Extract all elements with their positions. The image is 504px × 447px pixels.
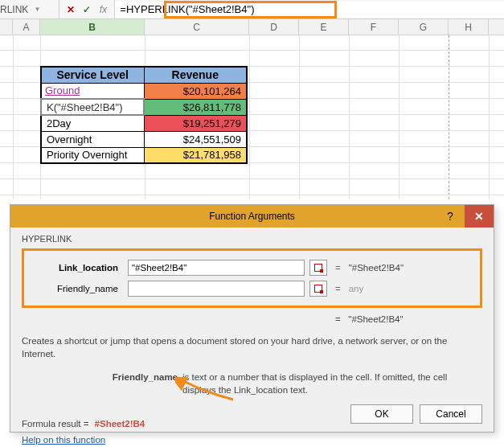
arguments-box: Link_location = "#Sheet2!B4" Friendly_na… xyxy=(22,248,482,308)
formula-input-wrap xyxy=(114,0,504,18)
titlebar-controls: ? ✕ xyxy=(436,205,494,228)
preview-eq: = xyxy=(335,314,341,324)
arg-label: Friendly_name xyxy=(31,284,123,293)
col-header[interactable]: C xyxy=(145,19,249,35)
parameter-description: Friendly_name is text or a number that i… xyxy=(22,371,482,396)
table-row: K("#Sheet2!B4") $26,811,778 xyxy=(41,99,247,115)
cancel-button[interactable]: Cancel xyxy=(420,404,482,424)
link-location-input[interactable] xyxy=(128,260,305,276)
collapse-dialog-icon[interactable] xyxy=(309,281,327,297)
name-box-dropdown-icon[interactable]: ▼ xyxy=(31,2,43,17)
arg-row-friendly-name: Friendly_name = any xyxy=(31,278,473,299)
ok-button[interactable]: OK xyxy=(350,404,413,424)
cancel-formula-icon[interactable]: ✕ xyxy=(64,4,77,15)
dialog-buttons: OK Cancel xyxy=(350,404,482,424)
cell-revenue[interactable]: $19,251,279 xyxy=(144,115,247,131)
equals-sign: = xyxy=(332,284,344,293)
worksheet-grid[interactable]: Service Level Revenue Ground $20,101,264… xyxy=(0,35,504,199)
col-header[interactable]: G xyxy=(399,19,449,35)
col-header[interactable]: E xyxy=(299,19,349,35)
cell-service-editing[interactable]: K("#Sheet2!B4") xyxy=(41,99,144,115)
confirm-formula-icon[interactable]: ✓ xyxy=(80,4,93,15)
column-headers: A B C D E F G H xyxy=(0,19,504,35)
arg-row-link-location: Link_location = "#Sheet2!B4" xyxy=(31,257,473,278)
function-name-label: HYPERLINK xyxy=(22,234,482,244)
name-box[interactable]: RLINK xyxy=(0,4,31,15)
col-header[interactable]: D xyxy=(249,19,299,35)
equals-sign: = xyxy=(332,263,344,273)
formula-input[interactable] xyxy=(115,2,504,18)
preview-value: "#Sheet2!B4" xyxy=(348,314,403,324)
table-header-row: Service Level Revenue xyxy=(41,67,247,83)
cell-service[interactable]: Priority Overnight xyxy=(41,147,144,163)
help-link[interactable]: Help on this function xyxy=(22,435,105,445)
formula-buttons: ✕ ✓ fx xyxy=(59,0,114,18)
collapse-dialog-icon[interactable] xyxy=(309,260,327,276)
cell-revenue[interactable]: $24,551,509 xyxy=(144,131,247,147)
friendly-name-input[interactable] xyxy=(128,281,305,297)
table-row: Overnight $24,551,509 xyxy=(41,131,247,147)
arg-label: Link_location xyxy=(31,263,123,273)
param-desc-text: is text or a number that is displayed in… xyxy=(182,371,482,396)
help-icon[interactable]: ? xyxy=(436,205,465,228)
cell-revenue[interactable]: $20,101,264 xyxy=(144,83,247,99)
formula-result-label: Formula result = xyxy=(22,419,88,429)
col-header[interactable]: H xyxy=(449,19,489,35)
formula-bar: RLINK ▼ ✕ ✓ fx xyxy=(0,0,504,19)
formula-result-value: #Sheet2!B4 xyxy=(92,419,145,429)
arg-result: "#Sheet2!B4" xyxy=(349,263,404,273)
data-table: Service Level Revenue Ground $20,101,264… xyxy=(40,66,248,164)
column-header-revenue[interactable]: Revenue xyxy=(144,67,247,83)
cell-service[interactable]: Overnight xyxy=(41,131,144,147)
col-header[interactable]: B xyxy=(40,19,145,35)
cell-service[interactable]: 2Day xyxy=(41,115,144,131)
cell-revenue[interactable]: $21,781,958 xyxy=(144,147,247,163)
dialog-titlebar[interactable]: Function Arguments ? ✕ xyxy=(10,205,494,228)
dialog-title: Function Arguments xyxy=(209,211,295,222)
preview-row: = "#Sheet2!B4" xyxy=(22,313,482,327)
col-header[interactable]: F xyxy=(349,19,399,35)
cell-revenue[interactable]: $26,811,778 xyxy=(144,99,247,115)
fx-icon[interactable]: fx xyxy=(96,4,109,15)
col-header[interactable]: A xyxy=(13,19,40,35)
table-row: Priority Overnight $21,781,958 xyxy=(41,147,247,163)
cell-service[interactable]: Ground xyxy=(41,83,144,99)
table-row: 2Day $19,251,279 xyxy=(41,115,247,131)
dialog-body: HYPERLINK Link_location = "#Sheet2!B4" F… xyxy=(10,228,494,432)
function-arguments-dialog: Function Arguments ? ✕ HYPERLINK Link_lo… xyxy=(10,204,494,433)
table-row: Ground $20,101,264 xyxy=(41,83,247,99)
function-description: Creates a shortcut or jump that opens a … xyxy=(22,335,482,360)
arg-result: any xyxy=(349,284,364,293)
column-header-service[interactable]: Service Level xyxy=(41,67,144,83)
select-all-corner[interactable] xyxy=(0,19,13,35)
close-icon[interactable]: ✕ xyxy=(465,205,494,228)
param-desc-label: Friendly_name xyxy=(22,371,182,396)
